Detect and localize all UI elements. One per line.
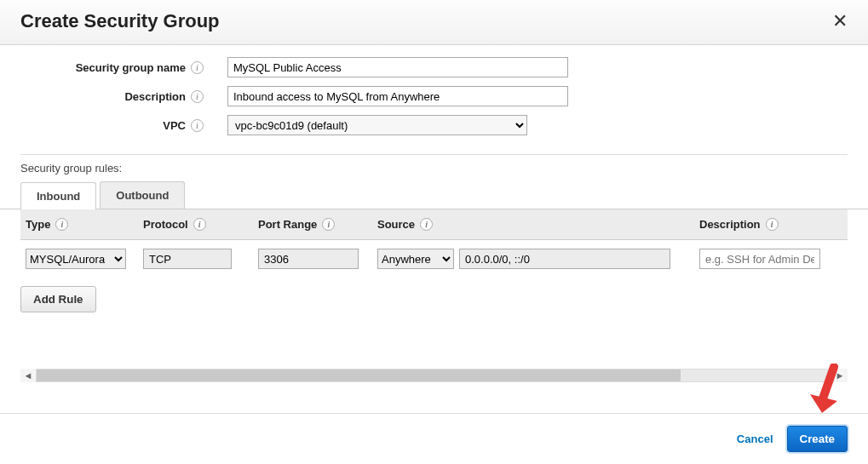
rule-source-value-input [459, 249, 670, 269]
scroll-right-arrow-icon[interactable]: ► [832, 370, 848, 381]
info-icon[interactable]: i [766, 218, 779, 231]
scroll-track[interactable] [36, 369, 832, 382]
form-area: Security group name i Description i VPC … [0, 45, 868, 154]
cancel-button[interactable]: Cancel [737, 432, 773, 445]
rules-tabs: Inbound Outbound [0, 181, 868, 209]
rules-grid: Typei Protocoli Port Rangei Sourcei Desc… [0, 209, 868, 278]
info-icon[interactable]: i [191, 90, 204, 103]
scroll-thumb[interactable] [37, 369, 681, 381]
label-vpc: VPC [20, 119, 191, 132]
rule-description-input[interactable] [699, 249, 820, 269]
modal-header: Create Security Group ✕ [0, 0, 868, 45]
rule-source-mode-select[interactable]: Anywhere [377, 249, 454, 269]
scroll-left-arrow-icon[interactable]: ◄ [20, 370, 36, 381]
tab-outbound[interactable]: Outbound [100, 181, 185, 209]
info-icon[interactable]: i [193, 218, 206, 231]
info-icon[interactable]: i [191, 61, 204, 74]
info-icon[interactable]: i [55, 218, 68, 231]
col-protocol: Protocol [143, 218, 188, 231]
horizontal-scrollbar[interactable]: ◄ ► [20, 369, 848, 382]
col-description: Description [699, 218, 761, 231]
label-description: Description [20, 90, 191, 103]
col-type: Type [26, 218, 50, 231]
modal-title: Create Security Group [20, 10, 220, 32]
rule-port-input [258, 249, 359, 269]
vpc-select[interactable]: vpc-bc9c01d9 (default) [227, 115, 527, 135]
info-icon[interactable]: i [420, 218, 433, 231]
rule-row: MYSQL/Aurora Anywhere [20, 240, 848, 278]
divider [20, 154, 848, 155]
modal-footer: Cancel Create [0, 413, 868, 464]
create-button[interactable]: Create [787, 426, 848, 452]
rule-protocol-input [143, 249, 232, 269]
description-input[interactable] [227, 86, 568, 106]
info-icon[interactable]: i [191, 119, 204, 132]
grid-header: Typei Protocoli Port Rangei Sourcei Desc… [20, 209, 848, 240]
security-group-name-input[interactable] [227, 57, 568, 77]
col-port-range: Port Range [258, 218, 317, 231]
col-source: Source [377, 218, 415, 231]
row-security-group-name: Security group name i [20, 57, 848, 77]
rule-type-select[interactable]: MYSQL/Aurora [26, 249, 126, 269]
close-icon[interactable]: ✕ [832, 12, 848, 31]
row-vpc: VPC i vpc-bc9c01d9 (default) [20, 115, 848, 135]
info-icon[interactable]: i [322, 218, 335, 231]
add-rule-button[interactable]: Add Rule [20, 286, 96, 312]
row-description: Description i [20, 86, 848, 106]
tab-inbound[interactable]: Inbound [20, 182, 96, 209]
label-security-group-name: Security group name [20, 61, 191, 74]
rules-heading: Security group rules: [0, 162, 868, 181]
